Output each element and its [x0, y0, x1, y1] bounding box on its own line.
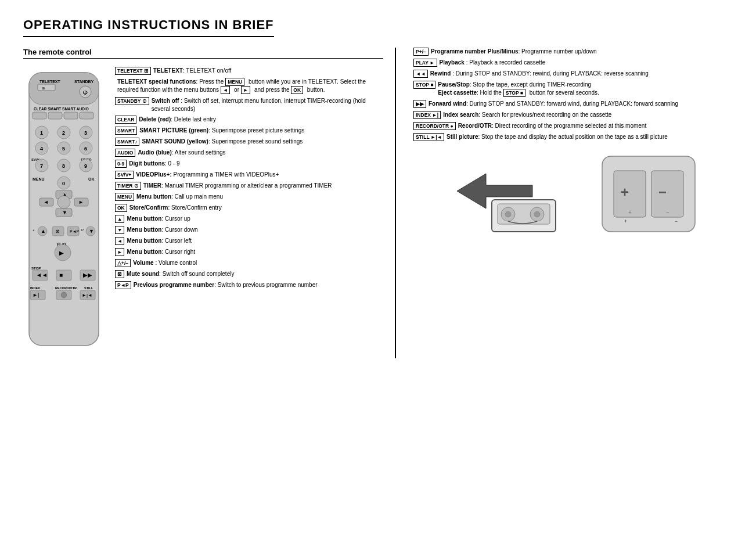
text-playback: Playback : Playback a recorded cassette — [440, 59, 546, 67]
text-forward: Forward wind: During STOP and STANDBY: f… — [429, 100, 678, 108]
instr-forward: ▶▶ Forward wind: During STOP and STANDBY… — [413, 100, 733, 108]
text-smart-sound: SMART SOUND (yellow): Superimpose preset… — [142, 138, 303, 146]
instr-audio: AUDIO Audio (blue): Alter sound settings — [115, 149, 383, 157]
badge-audio: AUDIO — [115, 149, 135, 157]
badge-prog-plusminus: P+/− — [413, 48, 429, 56]
svg-text:▼: ▼ — [89, 228, 94, 234]
text-menu-right: Menu button: Cursor right — [127, 248, 195, 256]
badge-menu-down: ▼ — [115, 226, 124, 234]
cassette-insertion-svg — [440, 150, 567, 238]
badge-teletext: TELETEXT ⊞ — [115, 67, 151, 75]
remote-section: TELETEXT ⊞ STANDBY ⏻ CLEAR SMART SMART A… — [23, 67, 383, 358]
remote-control-image: TELETEXT ⊞ STANDBY ⏻ CLEAR SMART SMART A… — [23, 67, 109, 358]
badge-standby: STANDBY ⊙ — [115, 97, 149, 105]
svg-rect-12 — [80, 112, 93, 119]
svg-point-80 — [505, 211, 511, 217]
text-digit: Digit buttons: 0 - 9 — [129, 160, 179, 168]
instr-playback: PLAY ► Playback : Playback a recorded ca… — [413, 59, 733, 67]
svg-text:5: 5 — [62, 146, 65, 152]
svg-point-46 — [57, 196, 70, 208]
page-title: OPERATING INSTRUCTIONS IN BRIEF — [23, 17, 274, 37]
text-standby: Switch off : Switch off set, interrupt m… — [152, 97, 383, 113]
svg-text:◄◄: ◄◄ — [36, 272, 48, 278]
instr-videoplus: SV/V+ VIDEOPlus+: Programming a TIMER wi… — [115, 171, 383, 179]
svg-text:0: 0 — [62, 181, 65, 186]
text-teletext-special: TELETEXT special functions: Press the ME… — [117, 78, 383, 94]
svg-text:▼: ▼ — [62, 210, 67, 215]
instr-volume: △+/− Volume : Volume control — [115, 259, 383, 267]
instr-menu-left: ◄ Menu button: Cursor left — [115, 237, 383, 245]
instr-menu: MENU Menu button: Call up main menu — [115, 193, 383, 201]
text-videoplus: VIDEOPlus+: Programming a TIMER with VID… — [136, 171, 279, 179]
svg-text:+: + — [33, 228, 35, 232]
svg-text:+: + — [624, 218, 627, 224]
svg-text:⊞: ⊞ — [42, 87, 45, 90]
badge-still: STILL ►|◄ — [413, 133, 444, 141]
instr-stop: STOP ■ Pause/Stop: Stop the tape, except… — [413, 81, 733, 97]
svg-rect-9 — [33, 112, 46, 119]
badge-menu-left: ◄ — [115, 237, 124, 245]
svg-rect-63 — [56, 270, 71, 280]
instr-mute: ⊠ Mute sound: Switch off sound completel… — [115, 270, 383, 278]
svg-point-73 — [61, 292, 67, 298]
badge-smart-picture: SMART — [115, 127, 137, 135]
text-still: Still picture: Stop the tape and display… — [447, 133, 668, 141]
text-mute: Mute sound: Switch off sound completely — [127, 270, 234, 278]
text-prog-plusminus: Programme number Plus/Minus: Programme n… — [431, 48, 597, 56]
text-teletext: TELETEXT: TELETEXT on/off — [153, 67, 232, 75]
badge-prev-prog: P◄P — [115, 281, 131, 289]
svg-text:⊠: ⊠ — [56, 229, 60, 234]
instr-standby: STANDBY ⊙ Switch off : Switch off set, i… — [115, 97, 383, 113]
svg-text:INDEX: INDEX — [30, 286, 40, 290]
text-prev-prog: Previous programme number: Switch to pre… — [134, 281, 318, 289]
svg-text:OK: OK — [88, 177, 95, 181]
text-smart-picture: SMART PICTURE (green): Superimpose prese… — [139, 127, 304, 135]
svg-text:STANDBY: STANDBY — [74, 80, 94, 84]
instr-index: INDEX ►| Index search: Search for previo… — [413, 111, 733, 119]
text-stop: Pause/Stop: Stop the tape, except during… — [438, 81, 599, 97]
svg-text:−: − — [675, 218, 678, 224]
svg-text:7: 7 — [40, 163, 43, 169]
svg-text:−: − — [666, 209, 669, 215]
text-menu: Menu button: Call up main menu — [136, 193, 223, 201]
svg-text:RECORD/OTR: RECORD/OTR — [55, 286, 77, 290]
text-clear: Delete (red): Delete last entry — [139, 116, 216, 124]
text-rewind: Rewind : During STOP and STANDBY: rewind… — [430, 70, 649, 78]
instr-teletext-special: TELETEXT special functions: Press the ME… — [115, 78, 383, 94]
badge-record: RECORD/OTR ● — [413, 122, 456, 130]
badge-digit: 0-9 — [115, 160, 127, 168]
svg-rect-10 — [48, 112, 62, 119]
cassette-area: + + − − + − — [413, 150, 733, 238]
instr-prog-plusminus: P+/− Programme number Plus/Minus: Progra… — [413, 48, 733, 56]
instr-rewind: ◄◄ Rewind : During STOP and STANDBY: rew… — [413, 70, 733, 78]
svg-text:6: 6 — [84, 146, 87, 152]
svg-text:▲: ▲ — [41, 228, 46, 234]
text-index: Index search: Search for previous/next r… — [443, 111, 611, 119]
badge-menu-up: ▲ — [115, 215, 124, 223]
svg-text:►|◄: ►|◄ — [82, 293, 92, 298]
badge-smart-sound: SMART♪ — [115, 138, 139, 146]
section-title-remote: The remote control — [23, 48, 383, 59]
svg-text:P: P — [81, 228, 84, 232]
svg-point-82 — [534, 211, 540, 217]
svg-text:TELETEXT: TELETEXT — [39, 80, 61, 84]
text-timer: TIMER: Manual TIMER programming or alter… — [143, 182, 332, 190]
text-audio: Audio (blue): Alter sound settings — [138, 149, 225, 157]
badge-videoplus: SV/V+ — [115, 171, 134, 179]
svg-text:2: 2 — [62, 130, 65, 136]
text-ok: Store/Confirm: Store/Confirm entry — [129, 204, 222, 212]
instr-digit: 0-9 Digit buttons: 0 - 9 — [115, 160, 383, 168]
badge-clear: CLEAR — [115, 116, 136, 124]
text-menu-down: Menu button: Cursor down — [127, 226, 197, 234]
svg-text:▶▶: ▶▶ — [83, 272, 92, 278]
svg-text:STOP: STOP — [31, 267, 41, 270]
svg-text:MENU: MENU — [33, 177, 45, 181]
instr-record: RECORD/OTR ● Record/OTR: Direct recordin… — [413, 122, 733, 130]
right-column: P+/− Programme number Plus/Minus: Progra… — [395, 48, 733, 358]
instr-teletext: TELETEXT ⊞ TELETEXT: TELETEXT on/off — [115, 67, 383, 75]
instr-menu-right: ► Menu button: Cursor right — [115, 248, 383, 256]
text-menu-left: Menu button: Cursor left — [127, 237, 192, 245]
badge-playback: PLAY ► — [413, 59, 437, 67]
instructions-left: TELETEXT ⊞ TELETEXT: TELETEXT on/off TEL… — [115, 67, 383, 358]
svg-text:+: + — [628, 209, 632, 215]
